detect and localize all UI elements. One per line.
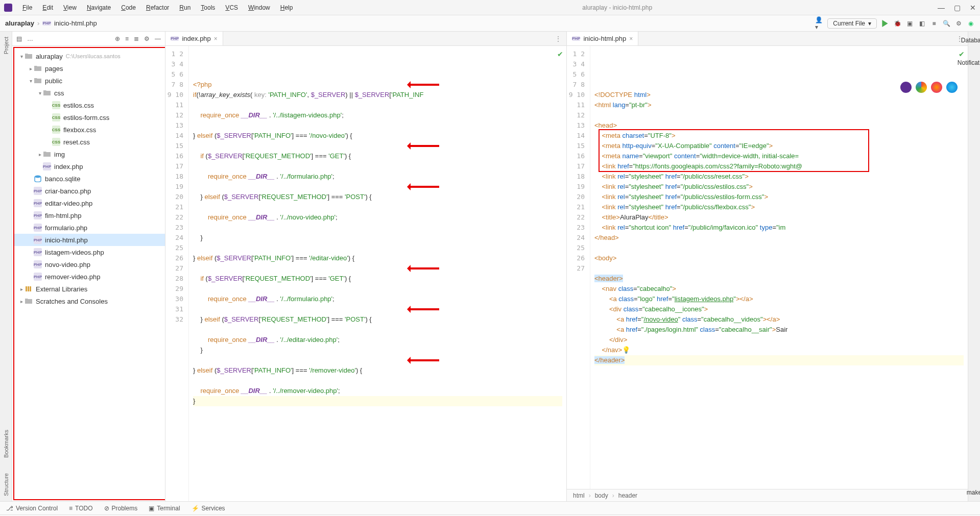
tree-item-external-libraries[interactable]: ▸External Libraries bbox=[14, 283, 165, 295]
tree-item-novo-video-php[interactable]: PHPnovo-video.php bbox=[14, 258, 165, 271]
tool-project[interactable]: Project bbox=[3, 37, 9, 54]
editor-left: PHP index.php × ⋮ 1 2 3 4 5 6 7 8 9 10 1… bbox=[165, 32, 567, 501]
tool-todo[interactable]: ≡TODO bbox=[69, 505, 92, 512]
menu-tools[interactable]: Tools bbox=[197, 2, 219, 13]
locate-icon[interactable]: ⊕ bbox=[115, 35, 120, 42]
tree-item-criar-banco-php[interactable]: PHPcriar-banco.php bbox=[14, 185, 165, 197]
code-area-right[interactable]: 1 2 3 4 5 6 7 8 9 10 11 12 13 14 15 16 1… bbox=[567, 46, 968, 489]
menu-refactor[interactable]: Refactor bbox=[142, 2, 173, 13]
tree-item-index-php[interactable]: PHPindex.php bbox=[14, 160, 165, 173]
tree-item-scratches-and-consoles[interactable]: ▸Scratches and Consoles bbox=[14, 295, 165, 307]
window-controls: — ▢ ✕ bbox=[938, 4, 976, 12]
tree-item-fim-html-php[interactable]: PHPfim-html.php bbox=[14, 209, 165, 222]
tool-services[interactable]: ⚡Services bbox=[192, 505, 225, 512]
run-icon[interactable] bbox=[881, 19, 889, 28]
css-icon: CSS bbox=[52, 101, 60, 109]
menu-navigate[interactable]: Navigate bbox=[83, 2, 115, 13]
collapse-icon[interactable]: ≣ bbox=[134, 35, 139, 42]
folder-icon bbox=[34, 64, 42, 72]
tool-version-control[interactable]: ⎇Version Control bbox=[6, 505, 58, 512]
crumb-body[interactable]: body bbox=[595, 492, 608, 499]
tree-item-remover-video-php[interactable]: PHPremover-video.php bbox=[14, 271, 165, 283]
menu-edit[interactable]: Edit bbox=[38, 2, 57, 13]
breadcrumb-file[interactable]: inicio-html.php bbox=[54, 19, 97, 27]
maximize-icon[interactable]: ▢ bbox=[954, 4, 961, 12]
phpstorm-icon[interactable] bbox=[900, 82, 912, 93]
menu-vcs[interactable]: VCS bbox=[221, 2, 242, 13]
code[interactable]: ✔ <?phpif(!array_key_exists( key: 'PATH_… bbox=[189, 46, 566, 501]
tab-label: index.php bbox=[182, 35, 210, 42]
menu-run[interactable]: Run bbox=[175, 2, 195, 13]
chrome-icon[interactable] bbox=[916, 82, 927, 93]
coverage-icon[interactable]: ▣ bbox=[905, 19, 914, 28]
gear-icon[interactable]: ⚙ bbox=[954, 19, 963, 28]
debug-icon[interactable]: 🐞 bbox=[893, 19, 901, 28]
tab-label: inicio-html.php bbox=[583, 35, 626, 42]
breadcrumb-project[interactable]: aluraplay bbox=[5, 19, 34, 27]
tab-inicio-html-php[interactable]: PHP inicio-html.php × bbox=[567, 32, 638, 45]
close-tab-icon[interactable]: × bbox=[214, 35, 218, 42]
menu-window[interactable]: Window bbox=[244, 2, 274, 13]
titlebar: FileEditViewNavigateCodeRefactorRunTools… bbox=[0, 0, 980, 15]
tool-problems[interactable]: ⊘Problems bbox=[104, 505, 138, 512]
profile-icon[interactable]: ◧ bbox=[918, 19, 926, 28]
php-icon: PHP bbox=[34, 260, 42, 268]
project-tree[interactable]: ▾aluraplayC:\Users\lucas.santos▸pages▾pu… bbox=[13, 47, 165, 500]
code[interactable]: ✔ <!DOCTYPE html><html lang="pt-br"> <he… bbox=[590, 46, 968, 489]
firefox-icon[interactable] bbox=[931, 82, 942, 93]
tree-item-aluraplay[interactable]: ▾aluraplayC:\Users\lucas.santos bbox=[14, 50, 165, 62]
css-icon: CSS bbox=[52, 126, 60, 134]
tab-index-php[interactable]: PHP index.php × bbox=[165, 32, 223, 45]
close-tab-icon[interactable]: × bbox=[629, 35, 633, 42]
expand-icon[interactable]: ≡ bbox=[125, 35, 129, 42]
menu-view[interactable]: View bbox=[59, 2, 81, 13]
run-target-label: Current File bbox=[833, 20, 865, 27]
tree-item-reset-css[interactable]: CSSreset.css bbox=[14, 136, 165, 148]
php-icon: PHP bbox=[572, 36, 580, 41]
project-view-icon[interactable]: ▤ bbox=[16, 35, 22, 42]
tool-make[interactable]: make bbox=[967, 489, 980, 496]
run-target-dropdown[interactable]: Current File ▾ bbox=[827, 18, 877, 29]
crumb-header[interactable]: header bbox=[618, 492, 637, 499]
tool-bookmarks[interactable]: Bookmarks bbox=[3, 430, 9, 458]
tab-menu-icon[interactable]: ⋮ bbox=[550, 35, 566, 42]
user-icon[interactable]: 👤▾ bbox=[815, 19, 823, 28]
close-icon[interactable]: ✕ bbox=[970, 4, 976, 12]
more-icon[interactable]: … bbox=[27, 35, 33, 42]
gear-icon[interactable]: ⚙ bbox=[144, 35, 150, 42]
folder-icon bbox=[43, 150, 51, 158]
php-icon: PHP bbox=[43, 162, 51, 170]
tree-item-flexbox-css[interactable]: CSSflexbox.css bbox=[14, 124, 165, 136]
tree-item-listagem-videos-php[interactable]: PHPlistagem-videos.php bbox=[14, 246, 165, 258]
breadcrumb: aluraplay › PHP inicio-html.php bbox=[5, 19, 97, 27]
stop-icon[interactable]: ■ bbox=[930, 19, 938, 28]
edge-icon[interactable] bbox=[946, 82, 958, 93]
tree-item-inicio-html-php[interactable]: PHPinicio-html.php bbox=[14, 234, 165, 246]
tree-item-formulario-php[interactable]: PHPformulario.php bbox=[14, 222, 165, 234]
db-icon bbox=[34, 175, 42, 183]
php-icon: PHP bbox=[34, 224, 42, 232]
breadcrumb-editor: html›body›header bbox=[567, 489, 968, 501]
editors: PHP index.php × ⋮ 1 2 3 4 5 6 7 8 9 10 1… bbox=[165, 32, 968, 501]
tree-item-banco-sqlite[interactable]: banco.sqlite bbox=[14, 173, 165, 185]
tool-structure[interactable]: Structure bbox=[3, 473, 9, 496]
menu-help[interactable]: Help bbox=[276, 2, 297, 13]
search-icon[interactable]: 🔍 bbox=[942, 19, 950, 28]
minimize-icon[interactable]: — bbox=[938, 4, 945, 12]
tree-item-public[interactable]: ▾public bbox=[14, 75, 165, 87]
ai-icon[interactable]: ◉ bbox=[967, 19, 975, 28]
tool-terminal[interactable]: ▣Terminal bbox=[149, 505, 180, 512]
chevron-right-icon: › bbox=[37, 19, 39, 27]
crumb-html[interactable]: html bbox=[573, 492, 585, 499]
tree-item-estilos-form-css[interactable]: CSSestilos-form.css bbox=[14, 111, 165, 124]
code-area-left[interactable]: 1 2 3 4 5 6 7 8 9 10 11 12 13 14 15 16 1… bbox=[165, 46, 566, 501]
tree-item-img[interactable]: ▸img bbox=[14, 148, 165, 160]
tree-item-editar-video-php[interactable]: PHPeditar-video.php bbox=[14, 197, 165, 209]
tree-item-estilos-css[interactable]: CSSestilos.css bbox=[14, 99, 165, 111]
tree-item-css[interactable]: ▾css bbox=[14, 87, 165, 99]
menu-code[interactable]: Code bbox=[117, 2, 140, 13]
hide-icon[interactable]: — bbox=[155, 35, 161, 42]
menu-file[interactable]: File bbox=[18, 2, 36, 13]
tool-database[interactable]: Database bbox=[961, 37, 980, 44]
tree-item-pages[interactable]: ▸pages bbox=[14, 62, 165, 75]
